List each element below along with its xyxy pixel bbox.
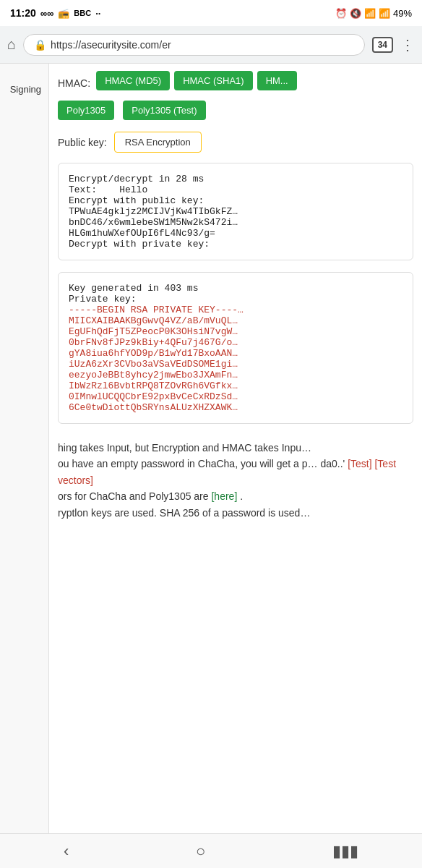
key-line-8: iUzA6zXr3CVbo3aVSaVEdDSOME1gi…	[69, 359, 402, 370]
page-content: Signing HMAC: HMAC (MD5) HMAC (SHA1) HM.…	[0, 64, 422, 833]
home-button[interactable]: ○	[181, 839, 220, 864]
url-text: https://asecuritysite.com/er	[51, 39, 171, 51]
key-line-6: 0brFNv8fJPz9kBiy+4QFu7j467G/o…	[69, 337, 402, 348]
battery-text: 49%	[393, 8, 412, 19]
code-line-7: Decrypt with private key:	[69, 239, 402, 250]
key-line-4: MIICXAIBAAKBgGwvQ4VZ/aB/mVuQL…	[69, 315, 402, 326]
hmac-row: HMAC: HMAC (MD5) HMAC (SHA1) HM...	[58, 71, 413, 95]
tab-count[interactable]: 34	[372, 37, 393, 53]
key-line-3: -----BEGIN RSA PRIVATE KEY----…	[69, 305, 402, 315]
poly1305-button[interactable]: Poly1305	[58, 101, 114, 120]
hmac-other-button[interactable]: HM...	[257, 71, 297, 90]
main-area: HMAC: HMAC (MD5) HMAC (SHA1) HM... Poly1…	[49, 64, 422, 833]
info-section: hing takes Input, but Encryption and HMA…	[58, 435, 413, 525]
address-bar[interactable]: 🔒 https://asecuritysite.com/er	[23, 34, 365, 56]
mute-icon: 🔇	[350, 8, 361, 19]
info-line-2: ou have an empty password in ChaCha, you…	[58, 456, 413, 488]
pubkey-label: Public key:	[58, 137, 107, 148]
here-link[interactable]: [here]	[211, 490, 237, 502]
more-icon: ··	[95, 8, 100, 19]
hmac-sha1-button[interactable]: HMAC (SHA1)	[174, 71, 253, 90]
status-bar: 11:20 ∞∞ 📻 BBC ·· ⏰ 🔇 📶 📶 49%	[0, 0, 422, 26]
code-line-5: bnDC46/x6wmlebeSW1M5Nw2kS472i…	[69, 217, 402, 228]
sidebar-signing-label: Signing	[0, 78, 48, 95]
key-line-2: Private key:	[69, 294, 402, 305]
sidebar: Signing	[0, 64, 49, 833]
wifi-icon: 📶	[364, 8, 376, 19]
home-icon[interactable]: ⌂	[7, 36, 16, 53]
rsa-encryption-button[interactable]: RSA Encryption	[114, 132, 202, 153]
nav-bar: ‹ ○ ▮▮▮	[0, 833, 422, 868]
code-box-key: Key generated in 403 ms Private key: ---…	[58, 272, 413, 424]
radio-icon: 📻	[58, 8, 69, 19]
poly-row: Poly1305 Poly1305 (Test)	[58, 101, 413, 124]
key-line-10: IbWzRzl6BvbtRPQ8TZOvRGh6VGfkx…	[69, 380, 402, 391]
info-line-3: ors for ChaCha and Poly1305 are [here] .	[58, 488, 413, 504]
hmac-md5-button[interactable]: HMAC (MD5)	[96, 71, 170, 90]
status-right: ⏰ 🔇 📶 📶 49%	[335, 8, 412, 19]
code-box-encrypt: Encrypt/decrypt in 28 ms Text: Hello Enc…	[58, 163, 413, 260]
poly1305-test-button[interactable]: Poly1305 (Test)	[123, 101, 205, 120]
ao-icon: ∞∞	[40, 8, 54, 19]
key-line-5: EgUFhQdFjT5ZPeocP0K3OHsiN7vgW…	[69, 326, 402, 337]
test-link[interactable]: [Test]	[348, 458, 371, 469]
key-line-12: 6Ce0twDiottQbSRYnsALUzXHZXAWK…	[69, 402, 402, 413]
code-line-6: HLGm1huWXefOUpI6fL4Nc93/g=	[69, 228, 402, 239]
key-line-11: 0IMnwlUCQQCbrE92pxBvCeCxRDzSd…	[69, 391, 402, 402]
key-line-1: Key generated in 403 ms	[69, 283, 402, 294]
key-line-9: eezyoJeBBt8yhcy2jmwEbo3JXAmFn…	[69, 370, 402, 380]
info-line-1: hing takes Input, but Encryption and HMA…	[58, 440, 413, 456]
code-line-1: Encrypt/decrypt in 28 ms	[69, 174, 402, 184]
back-button[interactable]: ‹	[49, 839, 83, 864]
lock-icon: 🔒	[34, 39, 46, 51]
code-line-4: TPWuAE4gkljz2MCIJVjKw4TIbGkFZ…	[69, 206, 402, 217]
hmac-label: HMAC:	[58, 77, 90, 89]
pubkey-row: Public key: RSA Encryption	[58, 132, 413, 153]
status-left: 11:20 ∞∞ 📻 BBC ··	[10, 7, 100, 19]
bbc-icon: BBC	[74, 9, 91, 17]
key-line-7: gYA8iua6hfYOD9p/B1wYd17BxoAAN…	[69, 348, 402, 359]
alarm-icon: ⏰	[335, 8, 347, 19]
menu-dots[interactable]: ⋮	[400, 36, 415, 54]
time: 11:20	[10, 7, 36, 19]
recents-button[interactable]: ▮▮▮	[318, 839, 373, 864]
browser-chrome: ⌂ 🔒 https://asecuritysite.com/er 34 ⋮	[0, 26, 422, 64]
signal-icon: 📶	[379, 8, 390, 19]
info-line-4: ryptlon keys are used. SHA 256 of a pass…	[58, 505, 413, 521]
code-line-3: Encrypt with public key:	[69, 195, 402, 206]
code-line-2: Text: Hello	[69, 184, 402, 195]
